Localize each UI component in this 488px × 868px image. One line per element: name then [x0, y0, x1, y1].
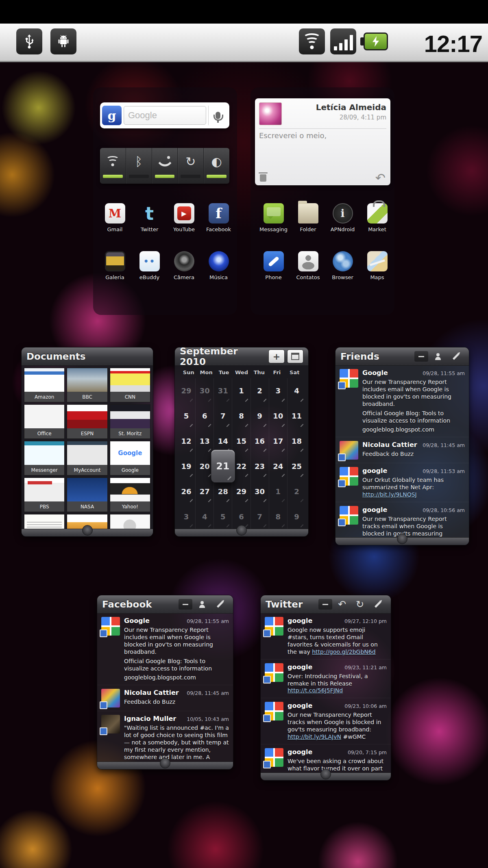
message-note-widget[interactable]: Letícia Almeida 28/09, 4:11 pm Escrevere…	[255, 98, 390, 185]
calendar-day[interactable]: 1	[269, 479, 288, 504]
search-input[interactable]	[124, 106, 206, 125]
app-icon-ebuddy[interactable]: ••eBuddy	[132, 251, 167, 280]
calendar-day[interactable]: 24	[269, 454, 288, 479]
calendar-day[interactable]: 28	[214, 479, 232, 504]
contacts-button[interactable]	[430, 350, 446, 363]
document-thumbnail[interactable]: Messenger	[24, 441, 65, 475]
drag-handle[interactable]	[236, 525, 247, 536]
calendar-day[interactable]: 2	[288, 479, 306, 504]
document-thumbnail[interactable]: CNN	[110, 368, 150, 402]
feed-item[interactable]: google09/23, 10:06 amOur new Transparenc…	[261, 698, 391, 744]
feed-item[interactable]: Nicolau Cattier09/28, 11:45 amFeedback d…	[97, 685, 233, 711]
post-link[interactable]: http://bit.ly/9LAJvN	[288, 733, 341, 740]
app-icon-apndroid[interactable]: iAPNdroid	[325, 203, 360, 232]
feed-item[interactable]: google09/27, 12:10 pmGoogle now supports…	[261, 613, 391, 660]
calendar-day[interactable]: 4	[196, 504, 214, 529]
calendar-day[interactable]: 4	[288, 378, 306, 404]
widget-resize-bar[interactable]	[22, 529, 153, 536]
calendar-day[interactable]: 8	[269, 504, 288, 529]
calendar-day[interactable]: 6	[196, 404, 214, 429]
widget-resize-bar[interactable]	[336, 537, 469, 545]
app-icon-market[interactable]: Market	[360, 203, 394, 232]
calendar-day[interactable]: 18	[288, 429, 306, 454]
calendar-day[interactable]: 1	[232, 378, 251, 404]
post-link[interactable]: http://t.co/56J5FJNd	[288, 687, 343, 694]
calendar-day[interactable]: 5	[177, 404, 196, 429]
reply-button[interactable]: ↶	[334, 598, 350, 611]
document-thumbnail[interactable]: Yahoo!	[110, 477, 150, 512]
document-thumbnail[interactable]: Google	[110, 441, 150, 475]
calendar-day[interactable]: 12	[177, 429, 196, 454]
toggle-bluetooth[interactable]: ᛒ	[126, 148, 152, 184]
calendar-day[interactable]: 22	[232, 454, 251, 479]
calendar-day[interactable]: 29	[177, 378, 196, 404]
calendar-day[interactable]: 5	[214, 504, 232, 529]
google-search-widget[interactable]: g	[100, 102, 229, 128]
calendar-day[interactable]: 31	[214, 378, 232, 404]
voice-search-button[interactable]	[208, 106, 227, 125]
app-icon-galeria[interactable]: Galeria	[98, 251, 132, 280]
post-link[interactable]: http://bit.ly/9LNQSJ	[362, 491, 417, 498]
minimize-tab[interactable]	[318, 599, 332, 610]
document-thumbnail[interactable]: St. Moritz	[110, 404, 150, 439]
app-icon-musica[interactable]: Música	[201, 251, 236, 280]
documents-widget[interactable]: Documents AmazonBBCCNNOfficeESPNSt. Mori…	[21, 347, 153, 537]
calendar-day[interactable]: 9	[251, 404, 269, 429]
compose-button[interactable]	[212, 598, 228, 611]
power-control-widget[interactable]: ᛒ ↻ ◐	[100, 148, 229, 184]
app-icon-maps[interactable]: Maps	[360, 251, 394, 280]
post-link[interactable]: http://goo.gl/2bGbN6d	[312, 649, 375, 655]
calendar-day[interactable]: 15	[232, 429, 251, 454]
calendar-day[interactable]: 19	[177, 454, 196, 479]
compose-button[interactable]	[370, 598, 386, 611]
toggle-wifi[interactable]	[100, 148, 126, 184]
calendar-day[interactable]: 27	[196, 479, 214, 504]
drag-handle[interactable]	[320, 769, 331, 779]
calendar-day[interactable]: 9	[288, 504, 306, 529]
feed-item[interactable]: google09/28, 11:53 amOur Orkut Globally …	[336, 463, 469, 502]
document-thumbnail[interactable]: BBC	[67, 368, 107, 402]
app-icon-contatos[interactable]: Contatos	[291, 251, 325, 280]
delete-icon[interactable]	[260, 174, 266, 182]
feed-item[interactable]: Ignacio Muller10/05, 10:43 am"Waiting li…	[97, 711, 233, 762]
change-view-button[interactable]	[287, 349, 303, 363]
drag-handle[interactable]	[160, 758, 170, 768]
document-thumbnail[interactable]: Journal	[24, 514, 65, 529]
app-icon-twitter[interactable]: tTwitter	[132, 203, 167, 232]
calendar-day[interactable]: 8	[232, 404, 251, 429]
calendar-day[interactable]: 16	[251, 429, 269, 454]
add-event-button[interactable]: +	[268, 349, 285, 363]
app-icon-facebook[interactable]: fFacebook	[201, 203, 236, 232]
calendar-day[interactable]: 7	[214, 404, 232, 429]
minimize-tab[interactable]	[414, 351, 428, 362]
document-thumbnail[interactable]: NASA	[67, 477, 107, 512]
app-icon-messaging[interactable]: Messaging	[256, 203, 291, 232]
feed-item[interactable]: Google09/28, 11:55 amOur new Transparenc…	[97, 613, 233, 685]
drag-handle[interactable]	[82, 525, 93, 536]
document-thumbnail[interactable]: Office	[24, 404, 65, 439]
calendar-day[interactable]: 17	[269, 429, 288, 454]
drag-handle[interactable]	[397, 534, 407, 544]
minimize-tab[interactable]	[179, 599, 192, 610]
twitter-widget[interactable]: Twitter ↶ ↻ google09/27, 12:10 pmGoogle …	[260, 595, 391, 781]
widget-resize-bar[interactable]	[261, 773, 391, 780]
refresh-button[interactable]: ↻	[352, 598, 368, 611]
calendar-day[interactable]: 3	[177, 504, 196, 529]
toggle-brightness[interactable]: ◐	[204, 148, 229, 184]
document-thumbnail[interactable]: PBS	[24, 477, 65, 512]
calendar-day[interactable]: 2	[251, 378, 269, 404]
widget-resize-bar[interactable]	[97, 762, 233, 769]
calendar-day[interactable]: 13	[196, 429, 214, 454]
friends-widget[interactable]: Friends Google09/28, 11:55 amOur new Tra…	[335, 347, 469, 545]
calendar-widget[interactable]: September 2010 + SunMonTueWedThuFriSat 2…	[174, 347, 309, 537]
feed-item[interactable]: Google09/28, 11:55 amOur new Transparenc…	[336, 365, 469, 437]
calendar-day[interactable]: 30	[196, 378, 214, 404]
document-thumbnail[interactable]: ESPN	[67, 404, 107, 439]
calendar-day[interactable]: 11	[288, 404, 306, 429]
app-icon-camera[interactable]: Câmera	[167, 251, 201, 280]
contacts-button[interactable]	[194, 598, 210, 611]
document-thumbnail[interactable]: MyAccount	[67, 441, 107, 475]
reply-icon[interactable]: ↶	[375, 174, 386, 182]
app-icon-browser[interactable]: Browser	[325, 251, 360, 280]
calendar-day[interactable]: 3	[269, 378, 288, 404]
